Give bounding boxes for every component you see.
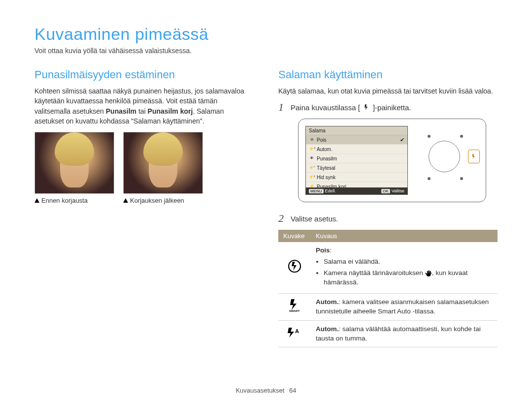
triangle-icon xyxy=(123,198,128,203)
menu-item-punasilm: 👁 Punasilm xyxy=(306,154,407,163)
text: tai xyxy=(136,107,148,115)
page-title: Kuvaaminen pimeässä xyxy=(34,25,498,44)
caption-before-text: Ennen korjausta xyxy=(41,197,88,204)
section-heading-redeye: Punasilmäisyyden estäminen xyxy=(34,68,254,81)
flash-icon xyxy=(363,104,370,111)
desc-cell-auto: Autom.: salama välähtää automaattisesti,… xyxy=(311,320,498,347)
ok-button-chip: OK xyxy=(381,189,390,193)
flash-auto-icon: ⚡ᴬ xyxy=(309,147,315,152)
bold-punasilm-korj: Punasilm korj xyxy=(148,107,193,115)
menu-footer-right: Valitse xyxy=(392,188,404,193)
page-subtitle: Voit ottaa kuvia yöllä tai vähäisessä va… xyxy=(34,47,498,55)
menu-item-taytesal: ⚡ᶠ Täytesal xyxy=(306,163,407,173)
menu-item-hidsynk: ⚡ˢ Hid synk xyxy=(306,173,407,182)
table-row: A Autom.: salama välähtää automaattisest… xyxy=(278,320,498,347)
bullet: Salama ei välähdä. xyxy=(324,257,493,267)
row-title: Autom. xyxy=(316,325,339,333)
icon-cell-auto: A xyxy=(278,320,311,347)
menu-header: Salama xyxy=(306,126,407,135)
shake-warning-icon xyxy=(425,270,432,277)
icon-cell-smart: SMART xyxy=(278,293,311,320)
control-dot xyxy=(460,135,463,138)
redeye-icon: 👁 xyxy=(309,156,315,161)
step-1: 1 Paina kuvaustilassa [ ]-painiketta. xyxy=(278,101,498,114)
menu-item-autom: ⚡ᴬ Autom. xyxy=(306,145,407,154)
photo-before xyxy=(34,132,114,194)
example-photos: Ennen korjausta Korjauksen jälkeen xyxy=(34,132,254,204)
flash-intro: Käytä salamaa, kun otat kuvia pimeässä t… xyxy=(278,86,498,96)
caption-before: Ennen korjausta xyxy=(34,197,114,204)
photo-after xyxy=(123,132,203,194)
table-row: Pois: Salama ei välähdä. Kamera näyttää … xyxy=(278,242,498,293)
svg-text:A: A xyxy=(295,328,299,334)
section-heading-flash: Salaman käyttäminen xyxy=(278,68,498,81)
flash-smart-icon: SMART xyxy=(288,299,301,312)
menu-item-label: Pois xyxy=(317,137,326,143)
photo-after-block: Korjauksen jälkeen xyxy=(123,132,203,204)
col-header-icon: Kuvake xyxy=(278,230,311,242)
menu-item-label: Täytesal xyxy=(317,165,335,171)
step-2: 2 Valitse asetus. xyxy=(278,212,498,225)
row-title: Autom. xyxy=(316,298,339,306)
camera-screen: Salama ⊘ Pois ✔ ⚡ᴬ Autom. 👁 Punasilm xyxy=(305,126,408,195)
icon-cell-off xyxy=(278,242,311,293)
control-dot xyxy=(428,135,431,138)
redeye-paragraph: Kohteen silmissä saattaa näkyä punainen … xyxy=(34,86,254,126)
page-footer: Kuvausasetukset 64 xyxy=(0,387,532,394)
menu-footer-left: Edell. xyxy=(325,188,336,193)
row-desc: salama välähtää automaattisesti, kun koh… xyxy=(316,325,481,342)
step-2-number: 2 xyxy=(278,212,284,225)
off-icon: ⊘ xyxy=(309,137,315,142)
slow-sync-icon: ⚡ˢ xyxy=(309,175,315,180)
menu-item-label: Punasilm xyxy=(317,156,337,161)
control-dot xyxy=(428,177,431,180)
row-title: Pois xyxy=(316,247,330,254)
svg-text:SMART: SMART xyxy=(289,309,300,312)
page-number: 64 xyxy=(289,387,296,394)
step-1-text-before: Paina kuvaustilassa [ xyxy=(291,103,360,112)
right-column: Salaman käyttäminen Käytä salamaa, kun o… xyxy=(278,68,498,347)
menu-item-label: Hid synk xyxy=(317,175,335,180)
menu-footer: MENUEdell. OKValitse xyxy=(306,187,407,194)
menu-item-pois: ⊘ Pois ✔ xyxy=(306,135,407,145)
menu-button-chip: MENU xyxy=(309,189,324,193)
dpad-icon xyxy=(429,141,460,172)
table-row: SMART Autom.: kamera valitsee asianmukai… xyxy=(278,293,498,320)
step-2-text: Valitse asetus. xyxy=(291,215,338,223)
control-dot xyxy=(460,177,463,180)
caption-after: Korjauksen jälkeen xyxy=(123,197,203,204)
camera-diagram: Salama ⊘ Pois ✔ ⚡ᴬ Autom. 👁 Punasilm xyxy=(298,119,486,202)
desc-cell-smart: Autom.: kamera valitsee asianmukaisen sa… xyxy=(311,293,498,320)
flash-button-highlight xyxy=(468,150,480,163)
row-desc: kamera valitsee asianmukaisen salamaaset… xyxy=(316,298,489,315)
desc-cell-off: Pois: Salama ei välähdä. Kamera näyttää … xyxy=(311,242,498,293)
menu-item-label: Autom. xyxy=(317,147,332,152)
bold-punasilm: Punasilm xyxy=(106,107,136,115)
fill-flash-icon: ⚡ᶠ xyxy=(309,165,315,170)
row-colon: : xyxy=(330,247,332,254)
options-table: Kuvake Kuvaus Pois: xyxy=(278,230,498,347)
footer-label: Kuvausasetukset xyxy=(235,387,284,394)
bullet-list: Salama ei välähdä. Kamera näyttää tärinä… xyxy=(316,257,493,287)
flash-off-icon xyxy=(287,259,302,274)
step-1-text-after: ]-painiketta. xyxy=(373,103,411,112)
triangle-icon xyxy=(34,198,39,203)
photo-before-block: Ennen korjausta xyxy=(34,132,114,204)
flash-auto-icon: A xyxy=(287,327,302,338)
left-column: Punasilmäisyyden estäminen Kohteen silmi… xyxy=(34,68,254,347)
col-header-desc: Kuvaus xyxy=(311,230,498,242)
caption-after-text: Korjauksen jälkeen xyxy=(130,197,184,204)
check-icon: ✔ xyxy=(400,137,404,143)
bullet: Kamera näyttää tärinävaroituksen , kun k… xyxy=(324,269,493,287)
step-1-number: 1 xyxy=(278,101,284,114)
